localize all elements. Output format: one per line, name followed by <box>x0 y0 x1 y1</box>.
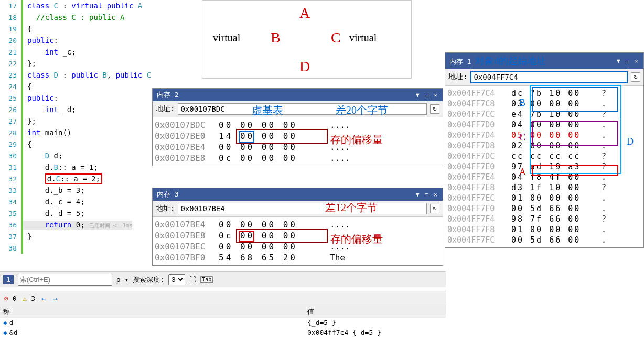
mem1-refresh-icon[interactable]: ↻ <box>631 72 640 82</box>
search-toolbar[interactable]: 1 ρ ▾ 搜索深度: 3 ⛶ Tab <box>0 271 446 287</box>
cube-icon: ◆ <box>3 319 7 327</box>
mem1-addr-input[interactable] <box>470 71 628 83</box>
status-bar: ⊘ 0 ⚠ 3 ← → <box>0 291 446 306</box>
watch-col-name: 称 <box>3 307 307 317</box>
mem-ascii: . <box>602 225 612 234</box>
mem-hex: dc 7b 10 00 <box>511 89 595 98</box>
mem3-title-bar[interactable]: 内存 3 ▼ □ ✕ <box>153 188 443 201</box>
mem-row: 0x004FF7D004 00 00 00. <box>447 119 641 130</box>
code-text: d.B:: a = 1; <box>23 163 98 171</box>
mem-addr: 0x00107BE0 <box>155 131 212 141</box>
mem1-title: 内存 1 <box>449 58 471 66</box>
mem1-window-buttons[interactable]: ▼ □ ✕ <box>617 58 639 64</box>
code-line-22[interactable]: 22}; <box>0 58 199 69</box>
watch-value: {_d=5 } <box>307 319 336 327</box>
code-line-20[interactable]: 20public: <box>0 35 199 46</box>
memory-panel-1[interactable]: 内存 1 对象d的起始地址 ▼ □ ✕ 地址: ↻ 0x004FF7C4dc 7… <box>445 52 644 248</box>
diagram-virtual-right: virtual <box>349 32 377 44</box>
mem-ascii: . <box>602 204 612 213</box>
mem-hex: 00 00 00 00 <box>219 120 324 130</box>
filter-icon[interactable]: ⛶ <box>189 276 196 284</box>
code-text: int _c; <box>23 48 76 56</box>
mem-ascii: ? <box>602 214 612 224</box>
code-line-17[interactable]: 17class C : virtual public A <box>0 0 199 12</box>
mem-addr: 0x004FF7E4 <box>447 172 505 182</box>
search-input[interactable] <box>18 274 112 286</box>
mem-row: 0x00107BE80c 00 00 00.... <box>155 153 441 164</box>
mem-row: 0x004FF7F000 5d 66 00. <box>447 203 641 214</box>
cube-icon: ◆ <box>3 329 7 336</box>
tab-1[interactable]: 1 <box>3 275 14 284</box>
watch-window[interactable]: 称 值 ◆d{_d=5 }◆&d0x004ff7c4 {_d=5 } <box>0 306 446 337</box>
annot-vbtable: 虚基表 <box>252 103 283 117</box>
mem3-addr-input[interactable] <box>178 203 427 214</box>
annot-diff12: 差12个字节 <box>325 201 378 215</box>
mem-ascii: The <box>330 253 345 263</box>
code-text: }; <box>23 59 36 68</box>
mem1-addr-label: 地址: <box>448 72 467 82</box>
mem-addr: 0x004FF7E8 <box>447 183 505 192</box>
mem3-title: 内存 3 <box>157 190 179 199</box>
mem-hex: cc cc cc cc <box>511 151 595 161</box>
search-depth-select[interactable]: 3 <box>168 274 185 285</box>
mem3-window-buttons[interactable]: ▼ □ ✕ <box>416 191 438 198</box>
line-number: 24 <box>0 83 21 91</box>
line-number: 34 <box>0 198 21 206</box>
mem1-body: 0x004FF7C4dc 7b 10 00?0x004FF7C803 00 00… <box>445 86 643 247</box>
mem-ascii: . <box>602 120 612 129</box>
mem-row: 0x004FF7E404 f8 4f 00. <box>447 172 641 182</box>
error-icon[interactable]: ⊘ <box>4 295 8 302</box>
nav-forward-icon[interactable]: → <box>53 293 58 303</box>
line-number: 21 <box>0 48 21 56</box>
mem-addr: 0x004FF7F0 <box>447 204 505 213</box>
line-number: 25 <box>0 94 21 102</box>
mem1-title-bar[interactable]: 内存 1 对象d的起始地址 ▼ □ ✕ <box>445 53 643 69</box>
mem-ascii: . <box>602 99 612 108</box>
mem-ascii: .... <box>330 153 350 163</box>
mem-row: 0x00107BE400 00 00 00.... <box>155 219 441 230</box>
mem2-refresh-icon[interactable]: ↻ <box>430 104 439 114</box>
warning-icon[interactable]: ⚠ <box>23 295 27 302</box>
mem2-window-buttons[interactable]: ▼ □ ✕ <box>416 92 438 99</box>
code-text: //class C : public A <box>23 13 124 21</box>
mem-row: 0x004FF7C803 00 00 00. <box>447 99 641 109</box>
mem3-refresh-icon[interactable]: ↻ <box>430 204 439 213</box>
mem-hex: 00 5d 66 00 <box>511 235 595 245</box>
code-line-19[interactable]: 19{ <box>0 23 199 35</box>
code-text: }; <box>23 117 36 125</box>
mem-row: 0x004FF7DCcc cc cc cc? <box>447 151 641 161</box>
mem-ascii: . <box>602 193 612 203</box>
code-line-21[interactable]: 21 int _c; <box>0 46 199 58</box>
code-line-23[interactable]: 23class D : public B, public C <box>0 69 199 81</box>
code-text: { <box>23 82 31 91</box>
annot-b: B <box>519 97 525 108</box>
nav-back-icon[interactable]: ← <box>41 293 47 303</box>
code-text: int _d; <box>23 105 76 114</box>
mem-addr: 0x004FF7EC <box>447 193 505 203</box>
mem2-addr-input[interactable] <box>178 103 427 115</box>
mem-addr: 0x004FF7E0 <box>447 162 505 171</box>
mem-addr: 0x00107BEC <box>155 242 212 252</box>
mem-ascii: ? <box>602 110 612 119</box>
code-text: { <box>23 140 31 148</box>
diagram-virtual-left: virtual <box>213 32 240 44</box>
code-text: d.C:: a = 2; <box>23 173 102 184</box>
code-line-32[interactable]: 32 d.C:: a = 2; <box>0 173 199 184</box>
memory-panel-3[interactable]: 内存 3 ▼ □ ✕ 地址: ↻ 0x00107BE400 00 00 00..… <box>152 188 443 266</box>
mem-hex: 98 7f 66 00 <box>511 214 595 224</box>
code-line-18[interactable]: 18 //class C : public A <box>0 12 199 23</box>
memory-panel-2[interactable]: 内存 2 ▼ □ ✕ 地址: ↻ 0x00107BDC00 00 00 00..… <box>152 88 443 166</box>
mem2-title-bar[interactable]: 内存 2 ▼ □ ✕ <box>153 89 443 101</box>
mem-ascii: ? <box>602 183 612 192</box>
mem-addr: 0x004FF7D4 <box>447 131 505 140</box>
mem2-addr-label: 地址: <box>156 104 175 114</box>
code-text: { <box>23 25 31 33</box>
watch-row[interactable]: ◆&d0x004ff7c4 {_d=5 } <box>0 328 446 337</box>
watch-row[interactable]: ◆d{_d=5 } <box>0 318 446 328</box>
mem-hex: d3 1f 10 00 <box>511 183 595 192</box>
tab-icon[interactable]: Tab <box>200 276 213 283</box>
annot-d-right: D <box>627 136 634 147</box>
mem-ascii: .... <box>330 120 350 130</box>
mem-row: 0x004FF7F498 7f 66 00? <box>447 214 641 224</box>
diagram-a: A <box>299 5 310 21</box>
